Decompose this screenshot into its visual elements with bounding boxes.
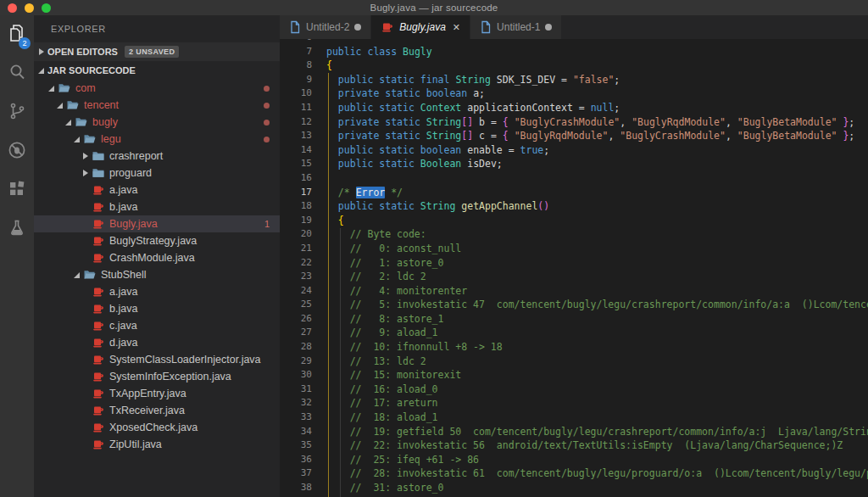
code-text: // 2: ldc 2 bbox=[326, 270, 426, 284]
zoom-window-button[interactable] bbox=[42, 3, 51, 13]
close-tab-icon[interactable]: ✕ bbox=[453, 22, 460, 33]
activitybar-test-explorer[interactable] bbox=[0, 210, 34, 249]
code-line-15[interactable]: 15 public static Boolean isDev; bbox=[280, 157, 868, 171]
tree-item-a-java-12[interactable]: a.java bbox=[34, 283, 280, 300]
code-line-7[interactable]: 7public class Bugly bbox=[280, 45, 868, 59]
code-line-28[interactable]: 28 // 10: ifnonnull +8 -> 18 bbox=[280, 340, 868, 355]
tab-untitled-2[interactable]: Untitled-2 bbox=[280, 15, 371, 39]
open-editors-count-badge: 2 bbox=[19, 37, 31, 49]
activitybar-debug[interactable] bbox=[0, 132, 34, 171]
chevron-down-icon[interactable] bbox=[73, 271, 81, 279]
tree-item-buglystrategy-java-9[interactable]: BuglyStrategy.java bbox=[34, 232, 280, 249]
code-line-38[interactable]: 38 // 31: astore_0 bbox=[280, 481, 868, 495]
modified-dot bbox=[264, 137, 270, 142]
code-line-35[interactable]: 35 // 22: invokestatic 56 android/text/T… bbox=[280, 438, 868, 453]
code-line-9[interactable]: 9 public static final String SDK_IS_DEV … bbox=[280, 73, 868, 87]
close-window-button[interactable] bbox=[8, 3, 17, 13]
code-line-32[interactable]: 32 // 17: areturn bbox=[280, 396, 868, 410]
code-line-18[interactable]: 18 public static String getAppChannel() bbox=[280, 199, 868, 214]
code-text: public static Boolean isDev; bbox=[326, 157, 503, 171]
twisty-spacer bbox=[81, 321, 90, 330]
line-number: 37 bbox=[280, 466, 312, 481]
tree-item-a-java-6[interactable]: a.java bbox=[34, 181, 280, 198]
tree-item-bugly-java-8[interactable]: Bugly.java1 bbox=[34, 215, 280, 232]
code-line-20[interactable]: 20 // Byte code: bbox=[280, 227, 868, 242]
java-file-icon bbox=[92, 302, 105, 316]
chevron-down-icon[interactable] bbox=[56, 101, 64, 109]
dirty-indicator-dot[interactable] bbox=[545, 24, 552, 31]
tree-item-systemclassloaderinjector-java-16[interactable]: SystemClassLoaderInjector.java bbox=[34, 351, 280, 368]
tree-item-b-java-7[interactable]: b.java bbox=[34, 198, 280, 215]
code-line-8[interactable]: 8{ bbox=[280, 59, 868, 73]
tab-label: Untitled-2 bbox=[306, 21, 349, 33]
code-line-22[interactable]: 22 // 1: astore_0 bbox=[280, 256, 868, 271]
open-editors-section[interactable]: OPEN EDITORS 2 UNSAVED bbox=[34, 42, 280, 61]
code-line-31[interactable]: 31 // 16: aload_0 bbox=[280, 383, 868, 397]
workspace-root-section[interactable]: JAR SOURCECODE bbox=[34, 61, 280, 80]
tree-item-ziputil-java-21[interactable]: ZipUtil.java bbox=[34, 436, 280, 453]
chevron-down-icon[interactable] bbox=[47, 84, 56, 92]
code-line-23[interactable]: 23 // 2: ldc 2 bbox=[280, 270, 868, 284]
tree-item-systeminfoexception-java-17[interactable]: SystemInfoException.java bbox=[34, 368, 280, 385]
line-number: 16 bbox=[280, 171, 312, 186]
tree-item-proguard-5[interactable]: proguard bbox=[34, 165, 280, 181]
activitybar-search[interactable] bbox=[0, 54, 34, 93]
twisty-spacer bbox=[81, 203, 90, 211]
chevron-right-icon[interactable] bbox=[81, 152, 90, 160]
code-line-25[interactable]: 25 // 5: invokestatic 47 com/tencent/bug… bbox=[280, 298, 868, 312]
java-file-icon bbox=[92, 370, 105, 383]
code-line-6[interactable]: 6 bbox=[280, 39, 868, 45]
tree-item-bugly-2[interactable]: bugly bbox=[34, 114, 280, 131]
code-text: // 13: ldc 2 bbox=[326, 355, 426, 369]
code-line-12[interactable]: 12 private static String[] b = { "BuglyC… bbox=[280, 115, 868, 130]
line-number: 19 bbox=[280, 214, 312, 228]
code-line-16[interactable]: 16 bbox=[280, 171, 868, 186]
tree-item-b-java-13[interactable]: b.java bbox=[34, 300, 280, 317]
dirty-indicator-dot[interactable] bbox=[354, 24, 361, 31]
code-line-24[interactable]: 24 // 4: monitorenter bbox=[280, 284, 868, 299]
sidebar-title: EXPLORER bbox=[34, 15, 280, 42]
code-text: { bbox=[326, 59, 332, 73]
code-line-37[interactable]: 37 // 28: invokestatic 61 com/tencent/bu… bbox=[280, 466, 868, 481]
code-line-17[interactable]: 17 /* Error */ bbox=[280, 186, 868, 200]
chevron-down-icon[interactable] bbox=[73, 135, 81, 143]
tree-item-legu-3[interactable]: legu bbox=[34, 131, 280, 148]
activitybar-extensions[interactable] bbox=[0, 171, 34, 210]
tree-item-com-0[interactable]: com bbox=[34, 80, 280, 97]
code-line-13[interactable]: 13 private static String[] c = { "BuglyR… bbox=[280, 129, 868, 143]
chevron-down-icon[interactable] bbox=[64, 118, 73, 126]
code-line-19[interactable]: 19 { bbox=[280, 214, 868, 228]
line-number: 21 bbox=[280, 242, 312, 256]
minimize-window-button[interactable] bbox=[25, 3, 34, 13]
file-tree: comtencentbuglylegucrashreportproguarda.… bbox=[34, 80, 280, 453]
tree-item-crashmodule-java-10[interactable]: CrashModule.java bbox=[34, 249, 280, 266]
selected-word-highlight: Error bbox=[356, 187, 386, 198]
tab-bugly-java[interactable]: Bugly.java✕ bbox=[371, 15, 470, 39]
tab-untitled-1[interactable]: Untitled-1 bbox=[470, 15, 562, 39]
code-text: // 19: getfield 50 com/tencent/bugly/leg… bbox=[326, 425, 868, 439]
code-line-26[interactable]: 26 // 8: astore_1 bbox=[280, 312, 868, 327]
tree-item-xposedcheck-java-20[interactable]: XposedCheck.java bbox=[34, 419, 280, 436]
code-line-36[interactable]: 36 // 25: ifeq +61 -> 86 bbox=[280, 453, 868, 467]
activitybar-explorer[interactable]: 2 bbox=[0, 15, 34, 54]
folder-open-icon bbox=[83, 268, 97, 282]
activitybar-source-control[interactable] bbox=[0, 93, 34, 132]
tree-item-crashreport-4[interactable]: crashreport bbox=[34, 148, 280, 165]
code-line-11[interactable]: 11 public static Context applicationCont… bbox=[280, 101, 868, 115]
code-line-34[interactable]: 34 // 19: getfield 50 com/tencent/bugly/… bbox=[280, 425, 868, 439]
tree-item-stubshell-11[interactable]: StubShell bbox=[34, 266, 280, 283]
tree-item-d-java-15[interactable]: d.java bbox=[34, 334, 280, 351]
code-line-27[interactable]: 27 // 9: aload_1 bbox=[280, 326, 868, 340]
tree-item-txreceiver-java-19[interactable]: TxReceiver.java bbox=[34, 402, 280, 419]
tree-item-txappentry-java-18[interactable]: TxAppEntry.java bbox=[34, 385, 280, 402]
code-line-10[interactable]: 10 private static boolean a; bbox=[280, 87, 868, 101]
code-line-21[interactable]: 21 // 0: aconst_null bbox=[280, 242, 868, 256]
tree-item-c-java-14[interactable]: c.java bbox=[34, 317, 280, 334]
code-line-29[interactable]: 29 // 13: ldc 2 bbox=[280, 355, 868, 369]
code-line-33[interactable]: 33 // 18: aload_1 bbox=[280, 410, 868, 425]
chevron-right-icon[interactable] bbox=[81, 169, 90, 177]
tree-item-tencent-1[interactable]: tencent bbox=[34, 97, 280, 114]
code-editor[interactable]: 67public class Bugly8{9 public static fi… bbox=[280, 39, 868, 497]
code-line-14[interactable]: 14 public static boolean enable = true; bbox=[280, 143, 868, 158]
code-line-30[interactable]: 30 // 15: monitorexit bbox=[280, 368, 868, 383]
